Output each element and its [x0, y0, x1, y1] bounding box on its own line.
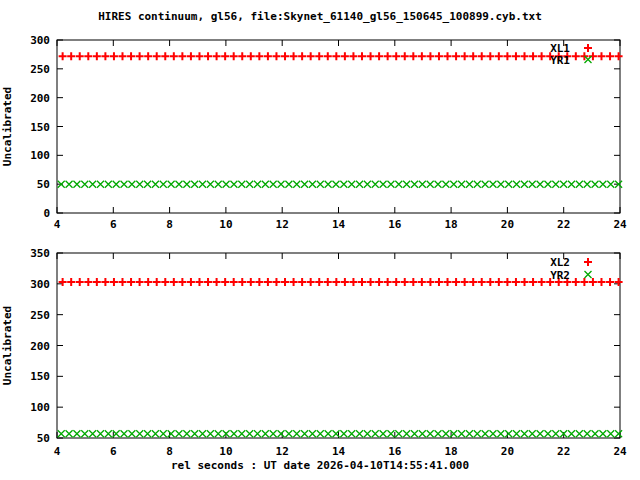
cross-marker — [121, 181, 128, 188]
cross-marker — [427, 181, 434, 188]
plus-marker — [119, 52, 127, 60]
cross-marker — [387, 181, 394, 188]
cross-marker — [270, 430, 277, 437]
plus-marker — [307, 52, 315, 60]
x-tick-label: 18 — [444, 218, 457, 231]
plus-marker — [238, 52, 246, 60]
plus-marker — [221, 278, 229, 286]
cross-marker — [552, 430, 559, 437]
cross-marker — [372, 430, 379, 437]
cross-marker — [301, 430, 308, 437]
x-axis-label: rel seconds : UT date 2026-04-10T14:55:4… — [0, 459, 640, 472]
x-tick-label: 10 — [219, 218, 232, 231]
cross-marker — [246, 181, 253, 188]
y-tick-label: 300 — [30, 34, 50, 47]
plus-marker — [529, 278, 537, 286]
cross-marker — [238, 181, 245, 188]
plus-marker — [392, 278, 400, 286]
cross-marker — [489, 181, 496, 188]
plus-marker — [298, 52, 306, 60]
cross-marker — [544, 181, 551, 188]
cross-marker — [348, 181, 355, 188]
cross-marker — [466, 181, 473, 188]
cross-marker — [380, 181, 387, 188]
plus-marker — [503, 52, 511, 60]
cross-marker — [262, 181, 269, 188]
legend-label-XL2: XL2 — [550, 256, 570, 269]
cross-marker — [607, 181, 614, 188]
plus-marker — [584, 44, 592, 52]
cross-marker — [584, 181, 591, 188]
plus-marker — [606, 52, 614, 60]
cross-marker — [497, 181, 504, 188]
cross-marker — [466, 430, 473, 437]
cross-marker — [81, 181, 88, 188]
plus-marker — [538, 278, 546, 286]
plus-marker — [153, 278, 161, 286]
cross-marker — [568, 181, 575, 188]
x-tick-label: 14 — [332, 218, 346, 231]
cross-marker — [544, 430, 551, 437]
plus-marker — [349, 52, 357, 60]
plus-marker — [426, 52, 434, 60]
plus-marker — [495, 52, 503, 60]
cross-marker — [278, 430, 285, 437]
cross-marker — [348, 430, 355, 437]
plus-marker — [298, 278, 306, 286]
cross-marker — [403, 430, 410, 437]
cross-marker — [592, 430, 599, 437]
legend-label-YR2: YR2 — [550, 269, 570, 282]
plus-marker — [341, 52, 349, 60]
plus-marker — [213, 52, 221, 60]
cross-marker — [521, 430, 528, 437]
cross-marker — [223, 181, 230, 188]
plus-marker — [290, 278, 298, 286]
cross-marker — [585, 271, 592, 278]
plus-marker — [136, 278, 144, 286]
cross-marker — [136, 430, 143, 437]
cross-marker — [270, 181, 277, 188]
plus-marker — [503, 278, 511, 286]
plus-marker — [93, 278, 101, 286]
cross-marker — [152, 181, 159, 188]
cross-marker — [505, 181, 512, 188]
plus-marker — [187, 52, 195, 60]
cross-marker — [458, 181, 465, 188]
cross-marker — [58, 430, 65, 437]
cross-marker — [607, 430, 614, 437]
plus-marker — [247, 52, 255, 60]
plus-marker — [272, 52, 280, 60]
y-tick-label: 50 — [37, 178, 50, 191]
plus-marker — [529, 52, 537, 60]
x-tick-label: 8 — [166, 445, 173, 458]
cross-marker — [599, 181, 606, 188]
cross-marker — [105, 430, 112, 437]
plus-marker — [127, 278, 135, 286]
y-tick-label: 350 — [30, 247, 50, 260]
cross-marker — [73, 430, 80, 437]
plus-marker — [204, 52, 212, 60]
plus-marker — [170, 278, 178, 286]
cross-marker — [309, 181, 316, 188]
cross-marker — [199, 430, 206, 437]
cross-marker — [128, 430, 135, 437]
plus-marker — [478, 52, 486, 60]
cross-marker — [73, 181, 80, 188]
cross-marker — [160, 430, 167, 437]
plus-marker — [444, 278, 452, 286]
x-tick-label: 4 — [54, 445, 61, 458]
plus-marker — [512, 278, 520, 286]
plot-border — [57, 253, 620, 438]
series-YR1 — [58, 181, 622, 188]
cross-marker — [89, 181, 96, 188]
cross-marker — [325, 430, 332, 437]
y-tick-label: 150 — [30, 370, 50, 383]
cross-marker — [442, 181, 449, 188]
cross-marker — [144, 181, 151, 188]
cross-marker — [340, 430, 347, 437]
cross-marker — [254, 181, 261, 188]
cross-marker — [458, 430, 465, 437]
plus-marker — [153, 52, 161, 60]
plus-marker — [178, 52, 186, 60]
y-tick-label: 200 — [30, 340, 50, 353]
